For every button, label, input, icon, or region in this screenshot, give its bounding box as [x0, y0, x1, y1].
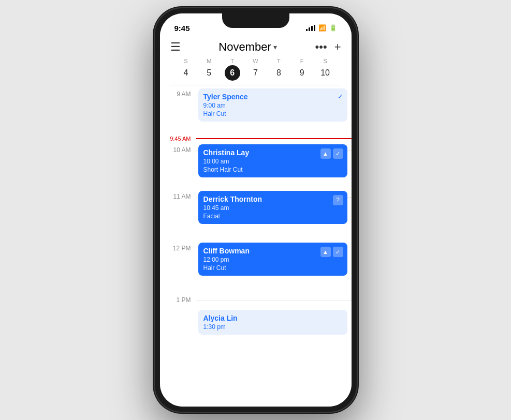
wifi-icon: 📶 — [318, 24, 326, 32]
schedule: 9 AM Tyler Spence 9:00 am Hair Cut ✓ — [160, 87, 352, 407]
phone-frame: 9:45 📶 🔋 ☰ November — [155, 8, 357, 412]
day-number-6: 6 — [225, 65, 240, 81]
month-label: November — [218, 40, 271, 54]
appointment-name: Tyler Spence — [203, 93, 342, 101]
hamburger-menu-icon[interactable]: ☰ — [170, 40, 181, 54]
time-slot-10am: 10 AM Christina Lay 10:00 am Short Hair … — [160, 143, 352, 190]
app-header: ☰ November ▾ ••• + S 4 — [160, 36, 352, 87]
time-slot-12pm: 12 PM Cliff Bowman 12:00 pm Hair Cut ▲ ✓ — [160, 242, 352, 293]
current-time-row: 9:45 AM — [160, 134, 352, 143]
current-time-line — [196, 138, 352, 139]
schedule-inner: 9 AM Tyler Spence 9:00 am Hair Cut ✓ — [160, 87, 352, 341]
events-col-1pm: Alycia Lin 1:30 pm — [196, 293, 352, 341]
appointment-name: Derrick Thornton — [203, 195, 342, 203]
day-letter-thu: T — [277, 58, 281, 64]
time-slot-11am: 11 AM Derrick Thornton 10:45 am Facial ? — [160, 190, 352, 242]
day-sunday[interactable]: S 4 — [174, 58, 198, 81]
appointment-action-icons: ▲ ✓ — [320, 247, 343, 257]
notch — [222, 13, 289, 28]
appointment-cliff-bowman[interactable]: Cliff Bowman 12:00 pm Hair Cut ▲ ✓ — [198, 243, 347, 276]
events-col-12pm: Cliff Bowman 12:00 pm Hair Cut ▲ ✓ — [196, 242, 352, 282]
appointment-service: Hair Cut — [203, 264, 342, 272]
day-friday[interactable]: F 9 — [290, 58, 314, 81]
day-letter-wed: W — [253, 58, 258, 64]
day-number-7: 7 — [247, 65, 263, 81]
time-label-12pm: 12 PM — [160, 242, 196, 252]
appointment-action-icons: ▲ ✓ — [320, 148, 343, 159]
appointment-time: 10:00 am — [203, 158, 342, 165]
battery-icon: 🔋 — [329, 24, 337, 32]
day-monday[interactable]: M 5 — [197, 58, 221, 81]
day-letter-fri: F — [300, 58, 304, 64]
header-actions: ••• + — [315, 40, 341, 54]
day-wednesday[interactable]: W 7 — [244, 58, 267, 81]
question-icon-btn[interactable]: ? — [333, 195, 343, 205]
status-icons: 📶 🔋 — [306, 24, 337, 32]
events-col-10am: Christina Lay 10:00 am Short Hair Cut ▲ … — [196, 143, 352, 184]
day-tuesday[interactable]: T 6 — [221, 58, 244, 81]
add-appointment-button[interactable]: + — [334, 40, 341, 54]
month-title: November ▾ — [218, 40, 276, 54]
appointment-derrick-thornton[interactable]: Derrick Thornton 10:45 am Facial ? — [198, 191, 347, 224]
time-slot-1pm: 1 PM Alycia Lin 1:30 pm — [160, 293, 352, 341]
day-letter-tue: T — [230, 58, 234, 64]
check-icon-btn[interactable]: ✓ — [333, 148, 343, 159]
appointment-service: Hair Cut — [203, 110, 342, 117]
screen: 9:45 📶 🔋 ☰ November — [160, 13, 352, 407]
time-label-9am: 9 AM — [160, 87, 196, 98]
day-letter-sat: S — [323, 58, 327, 64]
week-strip: S 4 M 5 T 6 W 7 — [170, 58, 341, 85]
day-number-10: 10 — [317, 65, 333, 81]
upload-icon-btn[interactable]: ▲ — [320, 247, 331, 257]
appointment-time: 9:00 am — [203, 102, 342, 109]
events-col-11am: Derrick Thornton 10:45 am Facial ? — [196, 190, 352, 230]
time-label-11am: 11 AM — [160, 190, 196, 200]
time-label-10am: 10 AM — [160, 143, 196, 154]
day-letter-mon: M — [207, 58, 211, 64]
upload-icon-btn[interactable]: ▲ — [320, 148, 331, 159]
day-number-8: 8 — [271, 65, 286, 81]
check-icon: ✓ — [338, 93, 343, 100]
appointment-service: Facial — [203, 213, 342, 220]
day-number-9: 9 — [294, 65, 310, 81]
events-col-9am: Tyler Spence 9:00 am Hair Cut ✓ — [196, 87, 352, 128]
current-time-label: 9:45 AM — [160, 136, 196, 142]
ellipsis-button[interactable]: ••• — [315, 40, 327, 54]
appointment-action-icons: ? — [333, 195, 343, 205]
appointment-alycia-lin[interactable]: Alycia Lin 1:30 pm — [198, 310, 347, 335]
appointment-time: 1:30 pm — [203, 323, 342, 331]
time-slot-9am: 9 AM Tyler Spence 9:00 am Hair Cut ✓ — [160, 87, 352, 134]
appointment-tyler-spence[interactable]: Tyler Spence 9:00 am Hair Cut ✓ — [198, 88, 347, 122]
appointment-service: Short Hair Cut — [203, 166, 342, 173]
day-number-5: 5 — [201, 65, 217, 81]
day-letter-sun: S — [184, 58, 187, 64]
appointment-christina-lay[interactable]: Christina Lay 10:00 am Short Hair Cut ▲ … — [198, 144, 347, 177]
status-time: 9:45 — [174, 24, 190, 33]
check-icon-btn[interactable]: ✓ — [333, 247, 343, 257]
appointment-time: 12:00 pm — [203, 256, 342, 263]
day-saturday[interactable]: S 10 — [314, 58, 337, 81]
day-thursday[interactable]: T 8 — [267, 58, 290, 81]
day-number-4: 4 — [178, 65, 194, 81]
appointment-time: 10:45 am — [203, 204, 342, 212]
header-row: ☰ November ▾ ••• + — [170, 40, 341, 54]
appointment-name: Alycia Lin — [203, 314, 342, 322]
signal-icon — [306, 25, 315, 31]
month-dropdown-arrow[interactable]: ▾ — [273, 43, 277, 51]
time-label-1pm: 1 PM — [160, 293, 196, 304]
